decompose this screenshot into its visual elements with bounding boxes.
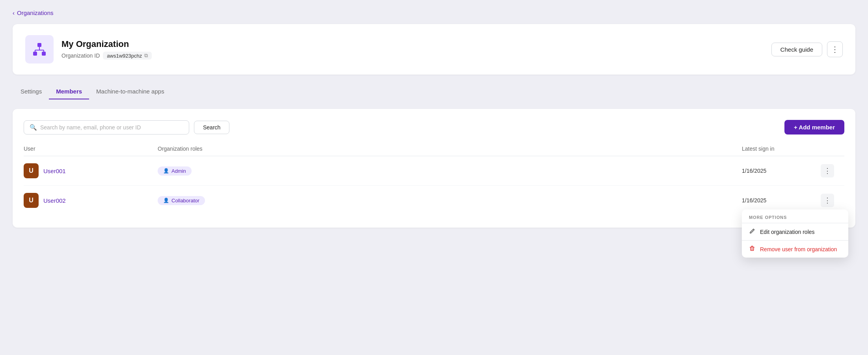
role-icon: 👤: [163, 198, 169, 203]
user-cell: U User002: [24, 193, 158, 208]
add-member-button[interactable]: + Add member: [784, 120, 844, 135]
context-menu: MORE OPTIONS Edit organization roles: [742, 209, 848, 258]
row-action-button[interactable]: ⋮: [821, 194, 834, 207]
check-guide-button[interactable]: Check guide: [771, 43, 822, 56]
role-badge: 👤 Collaborator: [158, 196, 205, 205]
svg-rect-1: [33, 52, 37, 56]
role-icon: 👤: [163, 168, 169, 174]
row-action-cell: ⋮ MORE OPTIONS Edit organization roles: [821, 194, 844, 207]
org-info: My Organization Organization ID aws1w923…: [25, 35, 152, 64]
org-actions: Check guide ⋮: [771, 41, 843, 57]
avatar: U: [24, 163, 39, 178]
role-cell: 👤 Collaborator: [158, 196, 742, 205]
chevron-left-icon: ‹: [13, 9, 15, 16]
col-user: User: [24, 146, 158, 152]
sign-in-date: 1/16/2025: [742, 197, 821, 204]
org-icon: [32, 41, 47, 57]
org-name: My Organization: [61, 39, 152, 49]
svg-rect-2: [42, 52, 46, 56]
org-card: My Organization Organization ID aws1w923…: [13, 24, 855, 75]
table-row: U User001 👤 Admin 1/16/2025 ⋮: [24, 156, 844, 186]
table-header: User Organization roles Latest sign in: [24, 146, 844, 156]
svg-rect-0: [37, 43, 41, 47]
role-label: Admin: [171, 168, 186, 174]
col-actions: [821, 146, 844, 152]
tab-m2m[interactable]: Machine-to-machine apps: [89, 84, 171, 99]
user-cell: U User001: [24, 163, 158, 178]
edit-roles-item[interactable]: Edit organization roles: [742, 223, 848, 240]
search-icon: 🔍: [30, 124, 37, 131]
avatar: U: [24, 193, 39, 208]
org-more-button[interactable]: ⋮: [827, 41, 843, 57]
role-badge: 👤 Admin: [158, 166, 192, 176]
user-link[interactable]: User001: [43, 168, 66, 174]
org-icon-wrap: [25, 35, 54, 64]
tab-members[interactable]: Members: [49, 84, 89, 99]
trash-icon: [749, 245, 755, 253]
remove-user-item[interactable]: Remove user from organization: [742, 241, 848, 258]
org-details: My Organization Organization ID aws1w923…: [61, 39, 152, 60]
copy-icon[interactable]: ⧉: [144, 52, 148, 59]
col-signin: Latest sign in: [742, 146, 821, 152]
role-label: Collaborator: [171, 198, 199, 204]
search-input-wrap: 🔍: [24, 120, 189, 135]
col-roles: Organization roles: [158, 146, 742, 152]
search-row: 🔍 Search + Add member: [24, 120, 844, 135]
role-cell: 👤 Admin: [158, 166, 742, 176]
edit-roles-label: Edit organization roles: [760, 229, 815, 235]
org-id-badge: aws1w923pchz ⧉: [103, 52, 152, 60]
tabs: Settings Members Machine-to-machine apps: [13, 84, 855, 99]
org-id-row: Organization ID aws1w923pchz ⧉: [61, 52, 152, 60]
row-action-button[interactable]: ⋮: [821, 164, 834, 178]
org-id-label: Organization ID: [61, 52, 100, 59]
context-menu-header: MORE OPTIONS: [742, 209, 848, 223]
back-link[interactable]: ‹ Organizations: [13, 9, 54, 16]
user-link[interactable]: User002: [43, 197, 66, 204]
org-id-value: aws1w923pchz: [107, 53, 142, 59]
tab-settings[interactable]: Settings: [13, 84, 49, 99]
members-card: 🔍 Search + Add member User Organization …: [13, 109, 855, 228]
svg-rect-7: [750, 247, 754, 248]
row-action-cell: ⋮: [821, 164, 844, 178]
edit-icon: [749, 228, 755, 235]
sign-in-date: 1/16/2025: [742, 168, 821, 174]
remove-user-label: Remove user from organization: [760, 246, 837, 252]
back-label: Organizations: [17, 9, 54, 16]
table-row: U User002 👤 Collaborator 1/16/2025 ⋮ MOR…: [24, 186, 844, 215]
search-button[interactable]: Search: [194, 121, 229, 134]
search-input[interactable]: [40, 124, 183, 131]
